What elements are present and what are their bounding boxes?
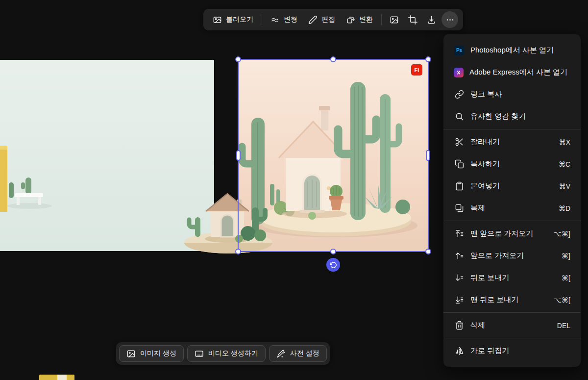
import-image-icon <box>213 15 222 25</box>
crop-button[interactable] <box>404 11 421 28</box>
photoshop-icon: Ps <box>454 46 464 55</box>
menu-item-shortcut: ⌘] <box>562 252 570 260</box>
menu-item-label: 뒤로 보내기 <box>470 273 556 282</box>
menu-item-shortcut: DEL <box>557 322 570 329</box>
menu-item-label: Photoshop에서 사본 열기 <box>470 46 564 55</box>
waves-icon <box>270 15 280 25</box>
menu-item-label: Adobe Express에서 사본 열기 <box>469 68 567 77</box>
pencil-icon <box>308 15 318 25</box>
menu-item-label: 유사한 영감 찾기 <box>470 112 564 121</box>
menu-item-duplicate[interactable]: 복제 ⌘D <box>443 197 581 219</box>
menu-item-open-copy-in-photoshop[interactable]: Ps Photoshop에서 사본 열기 <box>443 39 581 61</box>
menu-divider <box>443 221 581 221</box>
edit-button[interactable]: 편집 <box>303 11 341 28</box>
image-tool-button[interactable] <box>386 11 402 28</box>
menu-item-label: 잘라내기 <box>470 137 553 147</box>
download-icon <box>427 15 436 25</box>
small-house-illustration <box>180 188 277 255</box>
generate-image-icon <box>126 349 136 358</box>
selection-handle-bottom-left[interactable] <box>235 249 241 254</box>
menu-item-copy-link[interactable]: 링크 복사 <box>443 83 581 105</box>
more-options-button[interactable] <box>441 11 458 28</box>
menu-item-shortcut: ⌥⌘] <box>554 230 570 238</box>
selection-handle-top-right[interactable] <box>425 56 431 62</box>
variation-button[interactable]: 변형 <box>265 11 303 28</box>
transform-icon <box>346 15 355 25</box>
canvas-image-bottom-edge[interactable] <box>39 375 74 380</box>
menu-item-paste[interactable]: 붙여넣기 ⌘V <box>443 175 581 197</box>
generate-video-icon <box>195 349 204 358</box>
rotate-button[interactable] <box>326 258 340 272</box>
adobe-express-icon <box>454 68 464 77</box>
menu-item-flip-horizontal[interactable]: 가로 뒤집기 <box>443 340 581 362</box>
scissors-icon <box>455 137 464 147</box>
convert-button[interactable]: 변환 <box>341 11 378 28</box>
menu-item-bring-to-front[interactable]: 맨 앞으로 가져오기 ⌥⌘] <box>443 223 581 245</box>
menu-divider <box>443 338 581 338</box>
menu-item-bring-forward[interactable]: 앞으로 가져오기 ⌘] <box>443 245 581 267</box>
selection-handle-bottom-center[interactable] <box>330 249 336 254</box>
rotate-ccw-icon <box>330 261 337 269</box>
duplicate-icon <box>455 203 464 213</box>
menu-divider <box>443 312 581 313</box>
top-toolbar: 불러오기 변형 편집 변환 <box>203 9 463 30</box>
bring-forward-icon <box>455 251 464 260</box>
send-backward-icon <box>455 273 464 282</box>
link-icon <box>455 90 464 99</box>
presets-icon <box>276 349 286 358</box>
generate-video-label: 비디오 생성하기 <box>208 349 258 358</box>
menu-item-shortcut: ⌘[ <box>562 274 570 282</box>
image-icon <box>390 15 399 25</box>
trash-icon <box>455 321 464 330</box>
menu-item-copy[interactable]: 복사하기 ⌘C <box>443 153 581 175</box>
selection-handle-left-center[interactable] <box>236 150 241 161</box>
menu-item-shortcut: ⌘C <box>559 160 570 168</box>
menu-item-label: 복사하기 <box>470 159 553 169</box>
search-icon <box>455 112 464 121</box>
generate-image-label: 이미지 생성 <box>140 349 176 358</box>
edit-label: 편집 <box>321 15 335 24</box>
selection-handle-top-center[interactable] <box>330 56 336 62</box>
menu-item-open-copy-in-adobe-express[interactable]: Adobe Express에서 사본 열기 <box>443 61 581 83</box>
presets-button[interactable]: 사전 설정 <box>269 345 327 362</box>
send-to-back-icon <box>455 295 464 304</box>
selection-handle-top-left[interactable] <box>235 56 241 62</box>
menu-item-shortcut: ⌘D <box>559 204 570 212</box>
menu-item-delete[interactable]: 삭제 DEL <box>443 314 581 336</box>
bring-to-front-icon <box>455 229 464 238</box>
context-menu: Ps Photoshop에서 사본 열기 Adobe Express에서 사본 … <box>443 34 581 367</box>
menu-item-send-backward[interactable]: 뒤로 보내기 ⌘[ <box>443 267 581 289</box>
menu-item-cut[interactable]: 잘라내기 ⌘X <box>443 131 581 153</box>
generate-video-button[interactable]: 비디오 생성하기 <box>187 345 266 362</box>
toolbar-divider <box>262 14 262 25</box>
menu-item-shortcut: ⌥⌘[ <box>554 296 570 304</box>
bottom-toolbar: 이미지 생성 비디오 생성하기 사전 설정 <box>116 342 330 365</box>
variation-label: 변형 <box>284 15 297 24</box>
menu-item-shortcut: ⌘V <box>559 182 570 190</box>
selection-handle-bottom-right[interactable] <box>425 249 431 254</box>
menu-item-label: 앞으로 가져오기 <box>470 251 556 260</box>
menu-item-label: 맨 뒤로 보내기 <box>470 295 548 304</box>
generate-image-button[interactable]: 이미지 생성 <box>119 345 184 362</box>
convert-label: 변환 <box>359 15 373 24</box>
menu-item-label: 삭제 <box>470 321 551 330</box>
menu-item-send-to-back[interactable]: 맨 뒤로 보내기 ⌥⌘[ <box>443 289 581 311</box>
selection-handle-right-center[interactable] <box>426 150 430 161</box>
ellipsis-icon <box>445 15 455 25</box>
flip-horizontal-icon <box>455 346 464 355</box>
menu-item-find-similar[interactable]: 유사한 영감 찾기 <box>443 105 581 127</box>
import-button[interactable]: 불러오기 <box>207 11 259 28</box>
menu-item-label: 링크 복사 <box>470 90 564 99</box>
clipboard-icon <box>455 181 464 191</box>
menu-item-label: 가로 뒤집기 <box>470 346 564 355</box>
presets-label: 사전 설정 <box>290 349 319 358</box>
canvas[interactable]: 불러오기 변형 편집 변환 <box>0 0 588 380</box>
menu-item-label: 맨 앞으로 가져오기 <box>470 229 548 238</box>
canvas-image-cutout-house[interactable] <box>180 188 277 255</box>
crop-icon <box>408 15 417 25</box>
toolbar-divider <box>381 14 382 25</box>
menu-item-label: 복제 <box>470 203 553 213</box>
download-button[interactable] <box>423 11 440 28</box>
copy-icon <box>455 159 464 169</box>
menu-item-label: 붙여넣기 <box>470 181 553 191</box>
